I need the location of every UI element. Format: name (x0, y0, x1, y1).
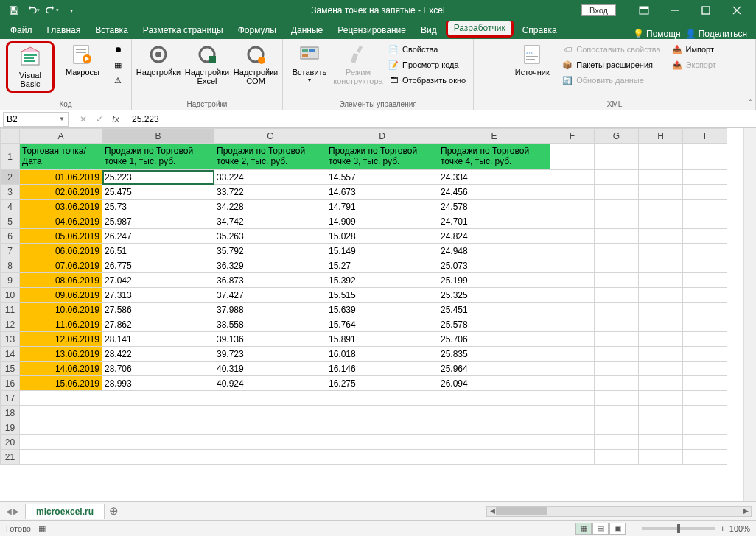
cell[interactable]: 40.924 (214, 376, 326, 391)
cell[interactable]: 37.427 (214, 288, 326, 303)
cell[interactable] (102, 420, 214, 435)
cell[interactable]: 37.988 (214, 303, 326, 317)
cell[interactable] (683, 144, 727, 170)
cell[interactable]: 24.456 (438, 185, 550, 200)
minimize-button[interactable] (660, 0, 690, 21)
header-cell[interactable]: Продажи по Торговой точке 3, тыс. руб. (326, 144, 438, 170)
cell[interactable] (595, 229, 639, 244)
cell[interactable] (683, 347, 727, 362)
col-header-A[interactable]: A (20, 129, 102, 144)
col-header-I[interactable]: I (683, 129, 727, 144)
cell[interactable]: 15.149 (326, 244, 438, 258)
cell[interactable] (639, 376, 683, 391)
cell[interactable]: 15.515 (326, 288, 438, 303)
import-xml-button[interactable]: 📥Импорт (670, 43, 718, 56)
tab-view[interactable]: Вид (413, 22, 444, 39)
view-code-button[interactable]: 📝Просмотр кода (386, 58, 467, 71)
cell[interactable] (639, 258, 683, 273)
cell[interactable] (595, 435, 639, 450)
maximize-button[interactable] (691, 0, 721, 21)
tab-home[interactable]: Главная (40, 22, 88, 39)
cell[interactable] (639, 229, 683, 244)
tab-insert[interactable]: Вставка (88, 22, 136, 39)
cell[interactable]: 25.073 (438, 258, 550, 273)
cell[interactable] (683, 185, 727, 200)
cell[interactable] (639, 303, 683, 317)
tell-me-button[interactable]: 💡Помощн (633, 29, 681, 39)
formula-input[interactable] (127, 110, 756, 127)
cell[interactable] (550, 420, 595, 435)
cell[interactable]: 16.018 (326, 347, 438, 362)
header-cell[interactable]: Продажи по Торговой точке 2, тыс. руб. (214, 144, 326, 170)
cell[interactable]: 24.578 (438, 200, 550, 214)
cell[interactable] (550, 258, 595, 273)
cell[interactable] (20, 420, 102, 435)
add-sheet-button[interactable]: ⊕ (105, 504, 122, 518)
cell[interactable] (639, 347, 683, 362)
cell[interactable]: 25.706 (438, 332, 550, 347)
cell[interactable] (683, 170, 727, 185)
com-addins-button[interactable]: Надстройки COM (235, 41, 276, 87)
cell[interactable]: 39.723 (214, 347, 326, 362)
sheet-tab[interactable]: microexcel.ru (25, 504, 105, 519)
qat-customize-button[interactable]: ▾ (63, 2, 80, 18)
row-header-4[interactable]: 4 (1, 200, 20, 214)
cell[interactable] (326, 435, 438, 450)
zoom-level[interactable]: 100% (729, 524, 750, 533)
row-header-16[interactable]: 16 (1, 376, 20, 391)
cell[interactable]: 14.673 (326, 185, 438, 200)
cell[interactable]: 36.329 (214, 258, 326, 273)
cell[interactable]: 11.06.2019 (20, 317, 102, 332)
row-header-18[interactable]: 18 (1, 406, 20, 420)
cell[interactable]: 35.792 (214, 244, 326, 258)
cell[interactable] (595, 214, 639, 229)
cell[interactable]: 26.775 (102, 258, 214, 273)
cell[interactable] (438, 435, 550, 450)
redo-button[interactable]: ▾ (44, 2, 60, 18)
map-properties-button[interactable]: 🏷Сопоставить свойства (560, 43, 662, 56)
row-header-12[interactable]: 12 (1, 317, 20, 332)
cell[interactable] (683, 450, 727, 465)
cell[interactable] (683, 214, 727, 229)
cell[interactable]: 24.334 (438, 170, 550, 185)
cell[interactable] (20, 391, 102, 406)
cell[interactable]: 26.094 (438, 376, 550, 391)
cell[interactable] (102, 391, 214, 406)
cell[interactable]: 02.06.2019 (20, 185, 102, 200)
zoom-in-button[interactable]: + (720, 524, 724, 533)
cell[interactable]: 36.873 (214, 273, 326, 288)
cell[interactable]: 03.06.2019 (20, 200, 102, 214)
cell[interactable] (683, 332, 727, 347)
cell[interactable] (214, 420, 326, 435)
design-mode-button[interactable]: Режим конструктора (337, 41, 379, 87)
col-header-H[interactable]: H (639, 129, 683, 144)
cell[interactable]: 28.993 (102, 376, 214, 391)
cell[interactable] (550, 362, 595, 376)
cell[interactable]: 25.835 (438, 347, 550, 362)
col-header-C[interactable]: C (214, 129, 326, 144)
cell[interactable] (595, 420, 639, 435)
cell[interactable]: 24.701 (438, 214, 550, 229)
cell[interactable] (438, 391, 550, 406)
cell[interactable] (683, 200, 727, 214)
macros-button[interactable]: Макросы (62, 41, 103, 93)
tab-help[interactable]: Справка (515, 22, 564, 39)
excel-addins-button[interactable]: Надстройки Excel (186, 41, 228, 87)
cell[interactable] (438, 450, 550, 465)
refresh-data-button[interactable]: 🔄Обновить данные (560, 74, 662, 87)
cell[interactable]: 01.06.2019 (20, 170, 102, 185)
cell[interactable] (595, 170, 639, 185)
cell[interactable] (438, 420, 550, 435)
cell[interactable]: 15.891 (326, 332, 438, 347)
cell[interactable] (683, 303, 727, 317)
cell[interactable] (683, 273, 727, 288)
cell[interactable] (102, 435, 214, 450)
cell[interactable] (595, 185, 639, 200)
cell[interactable] (639, 170, 683, 185)
col-header-B[interactable]: B (102, 129, 214, 144)
cell[interactable] (595, 258, 639, 273)
row-header-5[interactable]: 5 (1, 214, 20, 229)
cell[interactable] (595, 317, 639, 332)
cell[interactable] (683, 317, 727, 332)
cell[interactable]: 40.319 (214, 362, 326, 376)
